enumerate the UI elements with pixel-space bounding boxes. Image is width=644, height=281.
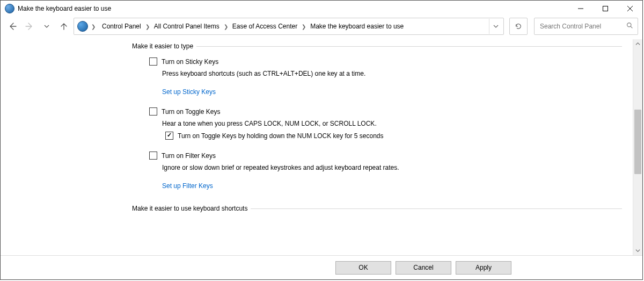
option-filter-keys: Turn on Filter Keys Ignore or slow down … xyxy=(149,152,622,190)
scroll-up-button[interactable] xyxy=(633,39,642,48)
svg-rect-0 xyxy=(603,6,608,11)
minimize-button[interactable] xyxy=(568,1,593,17)
address-bar[interactable]: ❯ Control Panel ❯ All Control Panel Item… xyxy=(74,18,504,35)
maximize-icon xyxy=(603,6,608,11)
breadcrumb-all-items[interactable]: All Control Panel Items xyxy=(151,20,223,32)
arrow-up-icon xyxy=(60,22,68,31)
breadcrumb-ease-of-access[interactable]: Ease of Access Center xyxy=(229,20,301,32)
chevron-up-icon xyxy=(635,41,640,46)
apply-button[interactable]: Apply xyxy=(456,261,511,275)
scroll-thumb[interactable] xyxy=(634,110,641,174)
up-button[interactable] xyxy=(56,19,71,34)
divider xyxy=(251,208,622,209)
window-title: Make the keyboard easier to use xyxy=(18,5,111,12)
refresh-icon xyxy=(515,23,522,30)
arrow-left-icon xyxy=(8,22,17,31)
search-box[interactable] xyxy=(534,18,638,35)
checkbox-filter-keys[interactable] xyxy=(149,152,157,160)
titlebar: Make the keyboard easier to use xyxy=(1,1,642,17)
desc-toggle-keys: Hear a tone when you press CAPS LOCK, NU… xyxy=(162,120,622,127)
label-filter-keys[interactable]: Turn on Filter Keys xyxy=(162,152,216,160)
group-easier-type: Make it easier to type Turn on Sticky Ke… xyxy=(132,42,622,190)
label-toggle-keys[interactable]: Turn on Toggle Keys xyxy=(162,108,220,116)
svg-point-1 xyxy=(627,23,631,27)
arrow-right-icon xyxy=(25,22,34,31)
vertical-scrollbar[interactable] xyxy=(633,39,642,255)
cancel-button[interactable]: Cancel xyxy=(396,261,451,275)
minimize-icon xyxy=(578,6,583,11)
scroll-track[interactable] xyxy=(633,48,642,246)
divider xyxy=(196,46,622,47)
ok-button[interactable]: OK xyxy=(335,261,391,275)
label-toggle-keys-numlock[interactable]: Turn on Toggle Keys by holding down the … xyxy=(178,132,384,140)
link-setup-filter-keys[interactable]: Set up Filter Keys xyxy=(162,176,213,190)
label-sticky-keys[interactable]: Turn on Sticky Keys xyxy=(162,58,218,66)
chevron-right-icon: ❯ xyxy=(301,24,307,30)
maximize-button[interactable] xyxy=(593,1,618,17)
chevron-down-icon xyxy=(493,24,499,29)
chevron-right-icon: ❯ xyxy=(90,24,97,30)
checkbox-sticky-keys[interactable] xyxy=(149,57,157,66)
chevron-right-icon: ❯ xyxy=(144,24,151,30)
desc-sticky-keys: Press keyboard shortcuts (such as CTRL+A… xyxy=(162,70,622,77)
back-button[interactable] xyxy=(5,19,20,34)
app-icon xyxy=(5,4,14,13)
link-setup-sticky-keys[interactable]: Set up Sticky Keys xyxy=(162,82,216,96)
forward-button[interactable] xyxy=(22,19,37,34)
content-area: Make it easier to type Turn on Sticky Ke… xyxy=(1,39,642,255)
checkbox-toggle-keys-numlock[interactable] xyxy=(165,132,173,140)
window-controls xyxy=(568,1,642,17)
dialog-button-bar: OK Cancel Apply xyxy=(1,255,642,279)
option-toggle-keys: Turn on Toggle Keys Hear a tone when you… xyxy=(149,107,622,140)
group-title-easier-type: Make it easier to type xyxy=(132,42,193,50)
option-sticky-keys: Turn on Sticky Keys Press keyboard short… xyxy=(149,57,622,96)
scroll-down-button[interactable] xyxy=(633,246,642,255)
breadcrumbs: Control Panel ❯ All Control Panel Items … xyxy=(99,20,407,32)
search-input[interactable] xyxy=(539,22,626,31)
control-panel-icon xyxy=(77,21,88,32)
group-easier-shortcuts: Make it easier to use keyboard shortcuts xyxy=(132,205,622,212)
breadcrumb-control-panel[interactable]: Control Panel xyxy=(99,20,144,32)
close-button[interactable] xyxy=(618,1,642,17)
chevron-right-icon: ❯ xyxy=(223,24,229,30)
recent-dropdown-button[interactable] xyxy=(39,19,54,34)
settings-panel: Make it easier to type Turn on Sticky Ke… xyxy=(1,39,633,255)
checkbox-toggle-keys[interactable] xyxy=(149,107,157,116)
group-title-easier-shortcuts: Make it easier to use keyboard shortcuts xyxy=(132,205,247,212)
nav-row: ❯ Control Panel ❯ All Control Panel Item… xyxy=(1,17,642,39)
breadcrumb-current[interactable]: Make the keyboard easier to use xyxy=(307,20,407,32)
chevron-down-icon xyxy=(635,248,640,253)
search-icon xyxy=(626,22,633,31)
chevron-down-icon xyxy=(44,24,49,29)
close-icon xyxy=(627,6,633,11)
window-frame: Make the keyboard easier to use xyxy=(0,0,643,280)
address-history-dropdown[interactable] xyxy=(489,19,502,34)
refresh-button[interactable] xyxy=(509,18,528,35)
desc-filter-keys: Ignore or slow down brief or repeated ke… xyxy=(162,164,622,171)
